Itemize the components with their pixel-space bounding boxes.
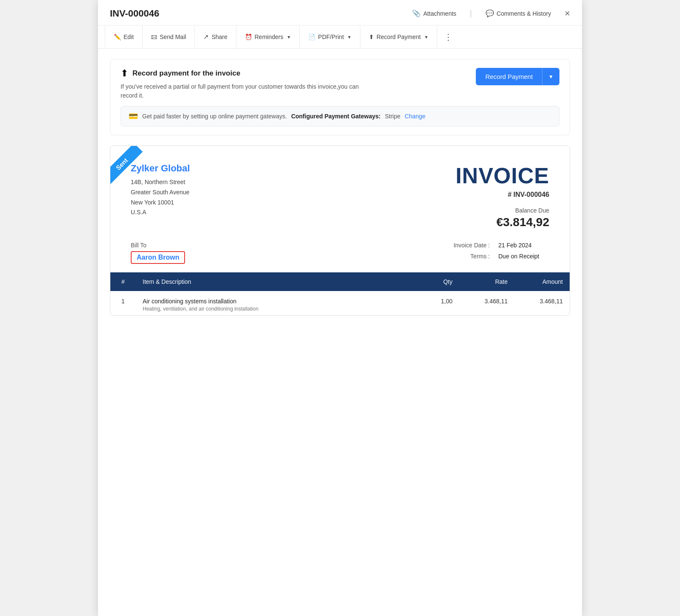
gateway-text: Get paid faster by setting up online pay… [142,113,287,120]
item-name: Air conditioning systems installation [143,298,410,305]
gateway-name: Stripe [385,113,401,120]
invoice-number: # INV-000046 [508,191,549,198]
col-item: Item & Description [136,272,417,291]
banner-top: ⬆ Record payment for the invoice If you'… [121,68,559,100]
header-separator: | [470,9,472,18]
banner-description: If you've received a partial or full pay… [121,82,375,100]
invoice-date-value: 21 Feb 2024 [498,242,549,249]
record-payment-icon: ⬆ [369,34,374,40]
balance-amount: €3.814,92 [455,216,549,229]
mail-icon: 🖂 [151,34,157,40]
row-num: 1 [110,291,136,315]
item-description: Heating, ventilation, and air conditioni… [143,306,410,312]
address-line1: 14B, Northern Street [131,177,190,188]
row-amount: 3.468,11 [514,291,570,315]
invoice-body: Zylker Global 14B, Northern Street Great… [110,146,570,229]
banner-info: ⬆ Record payment for the invoice If you'… [121,68,375,100]
invoice-card: Zylker Global 14B, Northern Street Great… [110,146,570,316]
comment-icon: 💬 [486,9,494,17]
table-header: # Item & Description Qty Rate Amount [110,272,570,291]
invoice-table: # Item & Description Qty Rate Amount 1 A… [110,272,570,315]
banner-payment-icon: ⬆ [121,68,128,79]
terms-label: Terms : [443,253,490,260]
send-mail-button[interactable]: 🖂 Send Mail [143,26,195,48]
edit-button[interactable]: ✏️ Edit [105,26,143,48]
invoice-date-row: Invoice Date : 21 Feb 2024 [443,242,549,249]
terms-value: Due on Receipt [498,253,549,260]
row-item: Air conditioning systems installation He… [136,291,417,315]
invoice-heading: INVOICE [455,163,549,188]
more-options-button[interactable]: ⋮ [437,26,460,48]
record-payment-chevron-icon: ▼ [424,35,428,39]
close-button[interactable]: × [565,9,570,18]
col-amount: Amount [514,272,570,291]
reminders-button[interactable]: ⏰ Reminders ▼ [236,26,300,48]
bill-to-label: Bill To [131,242,185,249]
address-line2: Greater South Avenue [131,188,190,198]
row-qty: 1,00 [417,291,459,315]
table-body: 1 Air conditioning systems installation … [110,291,570,315]
modal-header: INV-000046 📎 Attachments | 💬 Comments & … [98,0,582,25]
balance-section: Balance Due €3.814,92 [455,207,549,229]
record-payment-dropdown-button[interactable]: ▼ [542,68,559,85]
company-name: Zylker Global [131,163,190,174]
invoice-top: Zylker Global 14B, Northern Street Great… [131,163,549,229]
comments-history-button[interactable]: 💬 Comments & History [482,8,554,19]
col-rate: Rate [459,272,514,291]
record-payment-toolbar-button[interactable]: ⬆ Record Payment ▼ [360,26,437,48]
invoice-title: INV-000046 [110,8,159,19]
header-actions: 📎 Attachments | 💬 Comments & History × [409,8,570,19]
record-payment-main-button[interactable]: Record Payment [476,68,542,85]
record-payment-banner: ⬆ Record payment for the invoice If you'… [110,59,570,135]
pdf-chevron-icon: ▼ [347,35,351,39]
pdf-print-button[interactable]: 📄 PDF/Print ▼ [300,26,360,48]
card-icon: 💳 [129,112,138,121]
balance-label: Balance Due [455,207,549,214]
edit-icon: ✏️ [114,34,121,40]
share-button[interactable]: ↗ Share [195,25,236,48]
record-payment-btn-group: Record Payment ▼ [476,68,559,85]
col-qty: Qty [417,272,459,291]
address-line3: New York 10001 [131,198,190,208]
company-info: Zylker Global 14B, Northern Street Great… [131,163,190,218]
share-icon: ↗ [203,33,209,41]
invoice-heading-section: INVOICE # INV-000046 Balance Due €3.814,… [455,163,549,229]
attachment-icon: 📎 [412,9,421,17]
pdf-icon: 📄 [308,34,315,40]
toolbar: ✏️ Edit 🖂 Send Mail ↗ Share ⏰ Reminders … [98,25,582,49]
company-address: 14B, Northern Street Greater South Avenu… [131,177,190,218]
invoice-date-label: Invoice Date : [443,242,490,249]
payment-gateway-row: 💳 Get paid faster by setting up online p… [121,106,559,126]
reminders-chevron-icon: ▼ [287,35,291,39]
configured-label: Configured Payment Gateways: [291,113,381,120]
customer-name: Aaron Brown [131,251,185,264]
content-area: ⬆ Record payment for the invoice If you'… [98,49,582,616]
terms-row: Terms : Due on Receipt [443,253,549,260]
invoice-dates: Invoice Date : 21 Feb 2024 Terms : Due o… [443,242,549,264]
row-rate: 3.468,11 [459,291,514,315]
col-num: # [110,272,136,291]
invoice-meta: Bill To Aaron Brown Invoice Date : 21 Fe… [110,242,570,264]
reminder-icon: ⏰ [245,34,252,40]
invoice-number-row: # INV-000046 [455,191,549,199]
table-row: 1 Air conditioning systems installation … [110,291,570,315]
bill-to-section: Bill To Aaron Brown [131,242,185,264]
banner-title-row: ⬆ Record payment for the invoice [121,68,375,79]
address-line4: U.S.A [131,207,190,218]
banner-title: Record payment for the invoice [132,69,240,78]
attachments-button[interactable]: 📎 Attachments [409,8,460,19]
change-gateway-button[interactable]: Change [405,113,425,120]
